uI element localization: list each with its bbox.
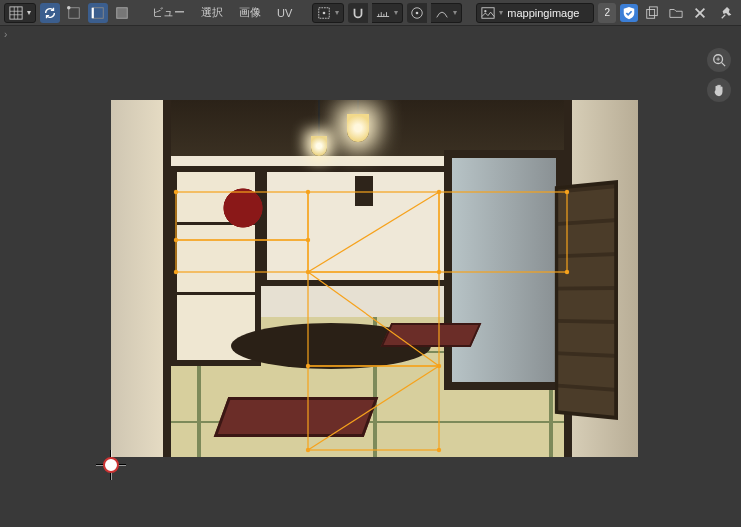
svg-point-2 [67,6,71,10]
breadcrumb-chevron-icon[interactable]: › [4,29,7,40]
chevron-down-icon: ▾ [499,8,503,17]
duplicate-icon [645,6,659,20]
svg-rect-0 [10,6,22,18]
snap-target-dropdown[interactable]: ▾ [372,3,403,23]
zoom-icon [712,53,726,67]
edge-select-mode[interactable] [88,3,108,23]
face-select-mode[interactable] [112,3,132,23]
pin-icon [720,6,734,20]
svg-rect-10 [482,7,494,18]
pivot-boundingbox-icon [317,6,331,20]
chevron-down-icon: ▾ [27,8,31,17]
fake-user-icon [622,6,636,20]
face-select-icon [115,6,129,20]
unlink-image-button[interactable] [690,3,710,23]
proportional-edit-icon [410,6,424,20]
uv-viewport[interactable] [0,42,741,527]
svg-rect-1 [69,7,80,18]
menu-uv[interactable]: UV [271,3,298,23]
uv-editor-icon [9,6,23,20]
image-users-count[interactable]: 2 [598,3,616,23]
proportional-falloff-dropdown[interactable]: ▾ [431,3,462,23]
pivot-dropdown[interactable]: ▾ [312,3,344,23]
chevron-down-icon: ▾ [335,8,339,17]
fake-user-toggle[interactable] [620,4,638,22]
svg-rect-5 [117,7,128,18]
pan-hand-icon [712,83,726,97]
snap-toggle[interactable] [348,3,368,23]
pan-gizmo[interactable] [707,78,731,102]
svg-line-41 [722,63,726,67]
breadcrumb: › [0,26,741,42]
falloff-smooth-icon [435,6,449,20]
image-datablock-field[interactable]: ▾ mappingimage [476,3,594,23]
image-name-field[interactable]: mappingimage [507,7,593,19]
vertex-select-icon [67,6,81,20]
svg-point-9 [416,11,419,14]
uv-editor-header: ▾ ビュー 選択 画像 UV ▾ ▾ ▾ ▾ mappingimage 2 [0,0,741,26]
vertex-select-mode[interactable] [64,3,84,23]
uv-sync-icon [43,6,57,20]
image-icon [481,6,495,20]
pin-button[interactable] [717,3,737,23]
snap-icon [351,6,365,20]
uv-sync-toggle[interactable] [40,3,60,23]
menu-select[interactable]: 選択 [195,3,229,23]
menu-image[interactable]: 画像 [233,3,267,23]
svg-rect-12 [647,9,655,18]
svg-rect-3 [93,7,104,18]
unlink-icon [693,6,707,20]
snap-increment-icon [376,6,390,20]
chevron-down-icon: ▾ [394,8,398,17]
open-image-button[interactable] [666,3,686,23]
zoom-gizmo[interactable] [707,48,731,72]
proportional-edit-toggle[interactable] [407,3,427,23]
new-image-button[interactable] [642,3,662,23]
cursor-2d [96,450,126,480]
chevron-down-icon: ▾ [453,8,457,17]
open-icon [669,6,683,20]
background-image [111,100,638,457]
menu-view[interactable]: ビュー [146,3,191,23]
edge-select-icon [91,6,105,20]
svg-rect-13 [650,6,658,15]
svg-point-7 [323,11,326,14]
editor-type-dropdown[interactable]: ▾ [4,3,36,23]
svg-line-16 [722,14,726,18]
svg-point-11 [485,10,487,12]
